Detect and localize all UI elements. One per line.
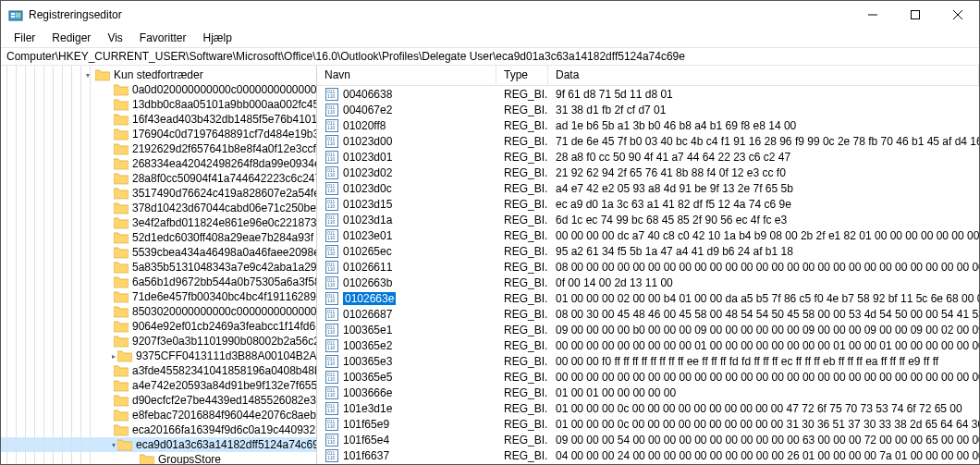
value-name-cell: 0111101102035d <box>317 464 496 465</box>
value-type: REG_BI... <box>496 198 548 211</box>
tree-pane[interactable]: ▾Kun stedfortræder0a0d020000000000c00000… <box>1 66 317 464</box>
menu-view[interactable]: Vis <box>100 30 129 46</box>
tree-label: e8febac72016884f96044e2076c8aebf <box>132 409 317 422</box>
tree-node[interactable]: ▾Kun stedfortræder <box>1 67 316 82</box>
tree-node[interactable]: 2192629d2f657641b8e8f4a0f12e3ccf0 <box>1 141 316 156</box>
value-list[interactable]: 01111000406638REG_BI...9f 61 d8 71 5d 11… <box>317 86 979 464</box>
tree-node[interactable]: 16f43ead403b432db1485f5e76b4101d <box>1 112 316 127</box>
close-button[interactable] <box>937 1 979 29</box>
tree-label: 3517490d76624c419a828607e2a54feb <box>132 187 317 200</box>
tree-node[interactable]: GroupsStore <box>1 452 316 464</box>
maximize-button[interactable] <box>894 1 937 29</box>
value-row[interactable]: 011110100365e5REG_BI...00 00 00 00 00 00… <box>317 369 979 385</box>
value-row[interactable]: 011110101e3d1eREG_BI...01 00 00 00 0c 00… <box>317 400 979 416</box>
value-name: 100365e5 <box>343 371 392 384</box>
titlebar: Registreringseditor <box>1 1 979 29</box>
tree-node[interactable]: ▾eca9d01a3c63a14182dff5124a74c69e <box>1 437 316 452</box>
value-name: 01023d02 <box>343 166 392 179</box>
col-type[interactable]: Type <box>496 66 548 85</box>
tree-label: 0a0d020000000000c0000000000000046 <box>132 83 317 96</box>
value-row[interactable]: 011110101f6637REG_BI...04 00 00 00 24 00… <box>317 447 979 463</box>
tree-node[interactable]: 3e4f2afbd011824e861e96e0c2218738 <box>1 215 316 230</box>
value-row[interactable]: 011110101f65e4REG_BI...09 00 00 00 54 00… <box>317 432 979 447</box>
value-row[interactable]: 011110100365e3REG_BI...00 00 00 f0 ff ff… <box>317 353 979 369</box>
value-data: 01 00 00 00 02 00 00 b4 01 00 00 da a5 b… <box>548 292 979 305</box>
value-row[interactable]: 0111100102663bREG_BI...0f 00 14 00 2d 13… <box>317 275 979 290</box>
tree-label: 71de6e457fb00340bc4bc4f191162896 <box>132 290 317 303</box>
tree-node[interactable]: ▸9375CFF0413111d3B88A00104B2A6676 <box>1 349 316 363</box>
menu-help[interactable]: Hjælp <box>196 30 239 46</box>
tree-node[interactable]: 9064e92ef01cb2469a3feabcc1f14fd6 <box>1 319 316 334</box>
value-name-cell: 01111001023d00 <box>317 134 496 149</box>
value-row[interactable]: 01111001023d00REG_BI...71 de 6e 45 7f b0… <box>317 133 979 149</box>
tree-node[interactable]: 3517490d76624c419a828607e2a54feb <box>1 186 316 201</box>
tree-label: 268334ea42042498264f8da99e0934e <box>132 157 317 170</box>
tree-node[interactable]: d90ecfcf2e7be4439ed1485526082e3f <box>1 393 316 408</box>
value-row[interactable]: 01111000406638REG_BI...9f 61 d8 71 5d 11… <box>317 86 979 102</box>
value-type: REG_BI... <box>496 308 548 321</box>
tree-node[interactable]: a3fde45582341041858196a0408b48b6 <box>1 363 316 378</box>
tree-label: 9064e92ef01cb2469a3feabcc1f14fd6 <box>132 320 315 333</box>
value-row[interactable]: 01111001023d0cREG_BI...a4 e7 42 e2 05 93… <box>317 180 979 196</box>
menu-file[interactable]: Filer <box>6 30 43 46</box>
tree-node[interactable]: 8503020000000000c0000000000000046 <box>1 304 316 319</box>
value-type: REG_BI... <box>496 229 548 242</box>
tree-node[interactable]: 28a8f0cc50904f41a744642223c6c247 <box>1 171 316 186</box>
menu-favorites[interactable]: Favoritter <box>132 30 194 46</box>
svg-text:110: 110 <box>327 345 336 350</box>
value-row[interactable]: 01111001023d01REG_BI...28 a8 f0 cc 50 90… <box>317 149 979 165</box>
value-row[interactable]: 01111001023d15REG_BI...ec a9 d0 1a 3c 63… <box>317 196 979 212</box>
tree-node[interactable]: 5a835b5131048343a7e9c42aba1a2940 <box>1 260 316 275</box>
col-name[interactable]: Navn <box>317 66 496 85</box>
menu-edit[interactable]: Rediger <box>44 30 98 46</box>
tree-label: Kun stedfortræder <box>114 68 203 81</box>
address-bar[interactable]: Computer\HKEY_CURRENT_USER\Software\Micr… <box>1 47 979 66</box>
value-name: 01026687 <box>343 308 392 321</box>
tree-node[interactable]: 5539cbea434a46498a0a46faee2098eef <box>1 245 316 260</box>
tree-node[interactable]: 176904c0d7197648891cf7d484e19b33 <box>1 127 316 141</box>
svg-text:110: 110 <box>327 282 336 288</box>
tree-node[interactable]: 6a56b1d9672bb544a0b75305a6a3f58d <box>1 275 316 289</box>
tree-node[interactable]: 71de6e457fb00340bc4bc4f191162896 <box>1 289 316 304</box>
tree-node[interactable]: 0a0d020000000000c0000000000000046 <box>1 82 316 97</box>
expand-toggle-icon[interactable]: ▾ <box>112 439 116 450</box>
col-data[interactable]: Data <box>548 66 979 85</box>
svg-text:110: 110 <box>327 125 336 130</box>
value-row[interactable]: 01111001026687REG_BI...08 00 30 00 45 48… <box>317 306 979 322</box>
svg-rect-3 <box>16 13 20 18</box>
tree-node[interactable]: a4e742e20593a84d91be9f132e7f655b <box>1 378 316 393</box>
value-row[interactable]: 01111001026611REG_BI...08 00 00 00 00 00… <box>317 259 979 275</box>
value-row[interactable]: 011110010265ecREG_BI...95 a2 61 34 f5 5b… <box>317 243 979 259</box>
tree-node[interactable]: eca20166fa16394f9d6c0a19c4409323 <box>1 422 316 437</box>
tree-label: 3e4f2afbd011824e861e96e0c2218738 <box>132 216 317 229</box>
value-row[interactable]: 011110004067e2REG_BI...31 38 d1 fb 2f cf… <box>317 102 979 117</box>
svg-text:110: 110 <box>327 109 336 115</box>
svg-text:110: 110 <box>327 423 336 429</box>
tree-node[interactable]: 9207f3e0a3b1101990b08002b2a56c2 <box>1 334 316 349</box>
value-row[interactable]: 01111001023e01REG_BI...00 00 00 00 dc a7… <box>317 227 979 243</box>
svg-text:110: 110 <box>327 313 336 319</box>
value-row[interactable]: 011110101f65e9REG_BI...01 00 00 00 0c 00… <box>317 416 979 432</box>
tree-node[interactable]: e8febac72016884f96044e2076c8aebf <box>1 408 316 422</box>
minimize-button[interactable] <box>851 1 894 29</box>
value-type: REG_BI... <box>496 418 548 431</box>
tree-node[interactable]: 268334ea42042498264f8da99e0934e <box>1 156 316 171</box>
svg-text:110: 110 <box>327 266 336 272</box>
tree-node[interactable]: 378d10423d67044cabd06e71c250bef3 <box>1 201 316 215</box>
value-row[interactable]: 0111101003666eREG_BI...01 00 01 00 00 00… <box>317 385 979 400</box>
value-row[interactable]: 011110100365e1REG_BI...09 00 00 00 00 b0… <box>317 322 979 337</box>
expand-toggle-icon <box>127 454 138 464</box>
expand-toggle-icon[interactable]: ▸ <box>112 350 116 361</box>
value-row[interactable]: 01111001023d1aREG_BI...6d 1c ec 74 99 bc… <box>317 212 979 227</box>
value-name-cell: 011110100365e5 <box>317 370 496 385</box>
value-row[interactable]: 0111100102663eREG_BI...01 00 00 00 02 00… <box>317 290 979 306</box>
expand-toggle-icon[interactable]: ▾ <box>82 69 93 80</box>
tree-node[interactable]: 13dbb0c8aa05101a9bb000aa002fc45a <box>1 97 316 112</box>
value-row[interactable]: 011110100365e2REG_BI...00 00 00 00 00 00… <box>317 337 979 353</box>
value-row[interactable]: 0111101102035dREG_BI...09 00 00 01 1e 00… <box>317 463 979 464</box>
value-row[interactable]: 01111001023d02REG_BI...21 92 62 94 2f 65… <box>317 165 979 180</box>
value-row[interactable]: 01111001020ff8REG_BI...ad 1e b6 5b a1 3b… <box>317 117 979 133</box>
tree-label: 13dbb0c8aa05101a9bb000aa002fc45a <box>132 98 317 111</box>
value-name: 101f65e4 <box>343 434 389 447</box>
tree-node[interactable]: 52d1edc6030ff408a29eae7b284a93f <box>1 230 316 245</box>
